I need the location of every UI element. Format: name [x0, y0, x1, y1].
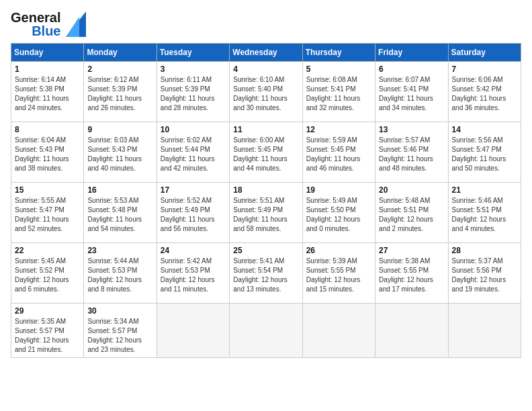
cell-content: 9Sunrise: 6:03 AM Sunset: 5:43 PM Daylig…	[87, 125, 152, 173]
calendar-cell: 22Sunrise: 5:45 AM Sunset: 5:52 PM Dayli…	[11, 243, 84, 304]
logo: General Blue	[11, 11, 86, 38]
day-number: 6	[379, 64, 444, 74]
day-number: 15	[15, 185, 80, 195]
calendar-cell: 10Sunrise: 6:02 AM Sunset: 5:44 PM Dayli…	[157, 122, 229, 183]
day-number: 23	[87, 246, 152, 255]
calendar-week-4: 29Sunrise: 5:35 AM Sunset: 5:57 PM Dayli…	[11, 304, 521, 358]
cell-content: 13Sunrise: 5:57 AM Sunset: 5:46 PM Dayli…	[379, 125, 444, 173]
cell-content: 30Sunrise: 5:34 AM Sunset: 5:57 PM Dayli…	[87, 306, 152, 355]
cell-info: Sunrise: 5:38 AM Sunset: 5:55 PM Dayligh…	[379, 257, 444, 294]
cell-info: Sunrise: 6:07 AM Sunset: 5:41 PM Dayligh…	[379, 75, 444, 113]
calendar-cell	[157, 304, 229, 358]
header-wednesday: Wednesday	[230, 44, 302, 62]
cell-info: Sunrise: 6:08 AM Sunset: 5:41 PM Dayligh…	[306, 75, 371, 113]
cell-content: 24Sunrise: 5:42 AM Sunset: 5:53 PM Dayli…	[161, 246, 226, 294]
cell-info: Sunrise: 5:57 AM Sunset: 5:46 PM Dayligh…	[379, 136, 444, 173]
calendar-cell: 13Sunrise: 5:57 AM Sunset: 5:46 PM Dayli…	[375, 122, 448, 183]
cell-info: Sunrise: 5:39 AM Sunset: 5:55 PM Dayligh…	[306, 257, 371, 294]
day-number: 28	[452, 246, 517, 255]
calendar-cell: 15Sunrise: 5:55 AM Sunset: 5:47 PM Dayli…	[11, 183, 84, 243]
day-number: 9	[87, 125, 152, 134]
cell-info: Sunrise: 5:51 AM Sunset: 5:49 PM Dayligh…	[233, 196, 298, 234]
calendar-cell: 21Sunrise: 5:46 AM Sunset: 5:51 PM Dayli…	[448, 183, 521, 243]
calendar-cell: 30Sunrise: 5:34 AM Sunset: 5:57 PM Dayli…	[84, 304, 157, 358]
cell-content: 23Sunrise: 5:44 AM Sunset: 5:53 PM Dayli…	[87, 246, 152, 294]
day-number: 20	[379, 185, 444, 195]
calendar-cell: 8Sunrise: 6:04 AM Sunset: 5:43 PM Daylig…	[11, 122, 84, 183]
calendar-week-3: 22Sunrise: 5:45 AM Sunset: 5:52 PM Dayli…	[11, 243, 521, 304]
day-number: 13	[379, 125, 444, 134]
cell-info: Sunrise: 5:48 AM Sunset: 5:51 PM Dayligh…	[379, 196, 444, 234]
calendar-cell: 4Sunrise: 6:10 AM Sunset: 5:40 PM Daylig…	[230, 62, 302, 122]
day-number: 29	[15, 306, 80, 316]
calendar-cell	[302, 304, 375, 358]
cell-content: 17Sunrise: 5:52 AM Sunset: 5:49 PM Dayli…	[161, 185, 226, 234]
cell-content: 25Sunrise: 5:41 AM Sunset: 5:54 PM Dayli…	[233, 246, 298, 294]
calendar-cell: 17Sunrise: 5:52 AM Sunset: 5:49 PM Dayli…	[157, 183, 229, 243]
calendar-week-0: 1Sunrise: 6:14 AM Sunset: 5:38 PM Daylig…	[11, 62, 521, 122]
cell-content: 22Sunrise: 5:45 AM Sunset: 5:52 PM Dayli…	[15, 246, 80, 294]
day-number: 7	[452, 64, 517, 74]
cell-info: Sunrise: 5:44 AM Sunset: 5:53 PM Dayligh…	[87, 257, 152, 294]
calendar: SundayMondayTuesdayWednesdayThursdayFrid…	[11, 43, 521, 358]
cell-content: 2Sunrise: 6:12 AM Sunset: 5:39 PM Daylig…	[87, 64, 152, 113]
cell-info: Sunrise: 6:02 AM Sunset: 5:44 PM Dayligh…	[161, 136, 226, 173]
logo-blue: Blue	[32, 24, 60, 38]
header: General Blue	[11, 11, 521, 38]
calendar-cell: 7Sunrise: 6:06 AM Sunset: 5:42 PM Daylig…	[448, 62, 521, 122]
cell-content: 10Sunrise: 6:02 AM Sunset: 5:44 PM Dayli…	[161, 125, 226, 173]
header-monday: Monday	[84, 44, 157, 62]
cell-info: Sunrise: 6:11 AM Sunset: 5:39 PM Dayligh…	[161, 75, 226, 113]
calendar-header-row: SundayMondayTuesdayWednesdayThursdayFrid…	[11, 44, 521, 62]
day-number: 22	[15, 246, 80, 255]
cell-info: Sunrise: 5:46 AM Sunset: 5:51 PM Dayligh…	[452, 196, 517, 234]
cell-info: Sunrise: 6:06 AM Sunset: 5:42 PM Dayligh…	[452, 75, 517, 113]
calendar-cell	[230, 304, 302, 358]
cell-content: 6Sunrise: 6:07 AM Sunset: 5:41 PM Daylig…	[379, 64, 444, 113]
day-number: 5	[306, 64, 371, 74]
day-number: 17	[161, 185, 226, 195]
calendar-week-1: 8Sunrise: 6:04 AM Sunset: 5:43 PM Daylig…	[11, 122, 521, 183]
cell-content: 15Sunrise: 5:55 AM Sunset: 5:47 PM Dayli…	[15, 185, 80, 234]
day-number: 19	[306, 185, 371, 195]
cell-info: Sunrise: 5:41 AM Sunset: 5:54 PM Dayligh…	[233, 257, 298, 294]
cell-info: Sunrise: 5:45 AM Sunset: 5:52 PM Dayligh…	[15, 257, 80, 294]
cell-info: Sunrise: 6:00 AM Sunset: 5:45 PM Dayligh…	[233, 136, 298, 173]
calendar-cell: 12Sunrise: 5:59 AM Sunset: 5:45 PM Dayli…	[302, 122, 375, 183]
calendar-cell: 11Sunrise: 6:00 AM Sunset: 5:45 PM Dayli…	[230, 122, 302, 183]
calendar-cell: 26Sunrise: 5:39 AM Sunset: 5:55 PM Dayli…	[302, 243, 375, 304]
cell-info: Sunrise: 5:34 AM Sunset: 5:57 PM Dayligh…	[87, 317, 152, 355]
calendar-cell: 6Sunrise: 6:07 AM Sunset: 5:41 PM Daylig…	[375, 62, 448, 122]
day-number: 21	[452, 185, 517, 195]
day-number: 8	[15, 125, 80, 134]
day-number: 27	[379, 246, 444, 255]
cell-content: 12Sunrise: 5:59 AM Sunset: 5:45 PM Dayli…	[306, 125, 371, 173]
calendar-cell: 2Sunrise: 6:12 AM Sunset: 5:39 PM Daylig…	[84, 62, 157, 122]
day-number: 14	[452, 125, 517, 134]
day-number: 24	[161, 246, 226, 255]
day-number: 25	[233, 246, 298, 255]
day-number: 4	[233, 64, 298, 74]
cell-content: 8Sunrise: 6:04 AM Sunset: 5:43 PM Daylig…	[15, 125, 80, 173]
cell-content: 4Sunrise: 6:10 AM Sunset: 5:40 PM Daylig…	[233, 64, 298, 113]
header-friday: Friday	[375, 44, 448, 62]
calendar-cell: 18Sunrise: 5:51 AM Sunset: 5:49 PM Dayli…	[230, 183, 302, 243]
calendar-cell	[375, 304, 448, 358]
cell-info: Sunrise: 5:59 AM Sunset: 5:45 PM Dayligh…	[306, 136, 371, 173]
cell-info: Sunrise: 5:53 AM Sunset: 5:48 PM Dayligh…	[87, 196, 152, 234]
day-number: 18	[233, 185, 298, 195]
calendar-week-2: 15Sunrise: 5:55 AM Sunset: 5:47 PM Dayli…	[11, 183, 521, 243]
cell-content: 19Sunrise: 5:49 AM Sunset: 5:50 PM Dayli…	[306, 185, 371, 234]
header-tuesday: Tuesday	[157, 44, 229, 62]
day-number: 16	[87, 185, 152, 195]
cell-info: Sunrise: 5:35 AM Sunset: 5:57 PM Dayligh…	[15, 317, 80, 355]
cell-info: Sunrise: 5:37 AM Sunset: 5:56 PM Dayligh…	[452, 257, 517, 294]
calendar-cell: 28Sunrise: 5:37 AM Sunset: 5:56 PM Dayli…	[448, 243, 521, 304]
cell-content: 7Sunrise: 6:06 AM Sunset: 5:42 PM Daylig…	[452, 64, 517, 113]
cell-content: 28Sunrise: 5:37 AM Sunset: 5:56 PM Dayli…	[452, 246, 517, 294]
calendar-cell: 23Sunrise: 5:44 AM Sunset: 5:53 PM Dayli…	[84, 243, 157, 304]
calendar-cell: 24Sunrise: 5:42 AM Sunset: 5:53 PM Dayli…	[157, 243, 229, 304]
calendar-cell: 1Sunrise: 6:14 AM Sunset: 5:38 PM Daylig…	[11, 62, 84, 122]
cell-content: 3Sunrise: 6:11 AM Sunset: 5:39 PM Daylig…	[161, 64, 226, 113]
calendar-cell: 16Sunrise: 5:53 AM Sunset: 5:48 PM Dayli…	[84, 183, 157, 243]
